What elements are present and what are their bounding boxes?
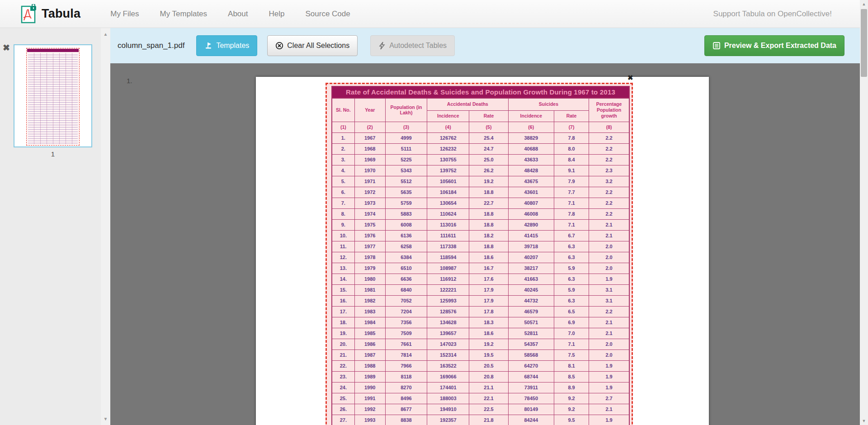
tabula-logo-icon bbox=[20, 4, 37, 24]
scroll-down-icon[interactable]: ▼ bbox=[101, 416, 110, 421]
toolbar: column_span_1.pdf Templates bbox=[110, 28, 868, 63]
table-export-icon bbox=[712, 42, 721, 50]
remove-selection-icon[interactable]: ✖ bbox=[627, 74, 633, 81]
nav-links: My Files My Templates About Help Source … bbox=[110, 9, 350, 19]
preview-export-button[interactable]: Preview & Export Extracted Data bbox=[704, 35, 844, 56]
close-file-icon[interactable]: ✖ bbox=[3, 43, 10, 52]
table-selection-box[interactable] bbox=[326, 83, 633, 425]
autodetect-tables-button[interactable]: Autodetect Tables bbox=[370, 35, 455, 56]
templates-button-label: Templates bbox=[216, 42, 249, 50]
thumbnail-page-number: 1 bbox=[14, 150, 92, 158]
brand[interactable]: Tabula bbox=[20, 4, 80, 24]
sidebar-scrollbar[interactable]: ▲ ▼ bbox=[101, 28, 110, 425]
pdf-page[interactable]: Rate of Accidental Deaths & Suicides and… bbox=[256, 77, 709, 425]
page-label: 1. bbox=[127, 77, 132, 85]
nav-item-about[interactable]: About bbox=[228, 9, 248, 19]
nav-item-my-templates[interactable]: My Templates bbox=[160, 9, 208, 19]
sidebar: ✖ 1 ▲ ▼ bbox=[0, 28, 110, 425]
nav-item-my-files[interactable]: My Files bbox=[110, 9, 139, 19]
thumbnail-selection bbox=[26, 48, 80, 146]
clear-button-label: Clear All Selections bbox=[287, 42, 349, 50]
brand-name: Tabula bbox=[42, 7, 80, 21]
thumbnail-table-title bbox=[27, 49, 79, 52]
scroll-up-icon[interactable]: ▲ bbox=[860, 2, 868, 6]
page-thumbnail[interactable] bbox=[14, 44, 92, 147]
filename: column_span_1.pdf bbox=[118, 41, 184, 50]
window-scrollbar[interactable]: ▲ ▼ bbox=[860, 0, 868, 425]
template-icon bbox=[204, 42, 212, 50]
nav-item-source-code[interactable]: Source Code bbox=[305, 9, 350, 19]
templates-button[interactable]: Templates bbox=[196, 35, 257, 56]
navbar: Tabula My Files My Templates About Help … bbox=[0, 0, 868, 28]
thumbnail-table-rows bbox=[28, 53, 78, 144]
pdf-viewer-area: 1. Rate of Accidental Deaths & Suicides … bbox=[110, 63, 868, 425]
scroll-up-icon[interactable]: ▲ bbox=[101, 32, 110, 37]
support-link[interactable]: Support Tabula on OpenCollective! bbox=[713, 9, 832, 19]
lightning-icon bbox=[378, 42, 386, 50]
scroll-down-icon[interactable]: ▼ bbox=[860, 419, 868, 423]
clear-all-selections-button[interactable]: Clear All Selections bbox=[267, 35, 358, 56]
nav-item-help[interactable]: Help bbox=[269, 9, 285, 19]
scrollbar-thumb[interactable] bbox=[861, 9, 867, 77]
clear-selections-icon bbox=[275, 42, 283, 50]
autodetect-button-label: Autodetect Tables bbox=[389, 42, 447, 50]
export-button-label: Preview & Export Extracted Data bbox=[724, 42, 836, 50]
